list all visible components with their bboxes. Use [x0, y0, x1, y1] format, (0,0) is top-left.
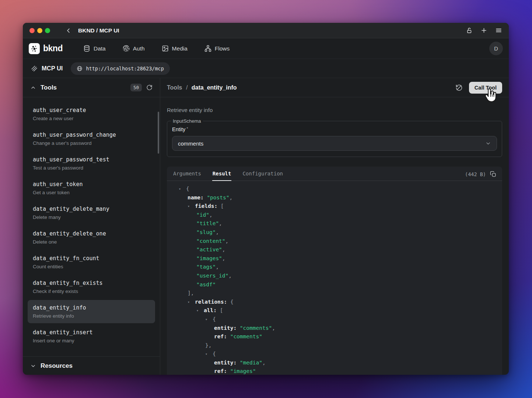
collapse-arrow-icon[interactable]: ▾: [188, 298, 195, 307]
nav-item-data[interactable]: Data: [83, 45, 106, 52]
fingerprint-icon: [123, 45, 130, 52]
tool-description-text: Retrieve entity info: [167, 107, 502, 113]
json-line: ref: "images": [173, 367, 496, 375]
collapse-arrow-icon[interactable]: ▾: [205, 315, 213, 324]
app-navbar: bknd DataAuthMediaFlows D: [23, 38, 509, 59]
tool-description: Count entities: [33, 264, 150, 269]
copy-result-button[interactable]: [490, 171, 496, 177]
server-url-pill[interactable]: http://localhost:28623/mcp: [71, 62, 169, 75]
tab-result[interactable]: Result: [212, 167, 232, 181]
json-line: name: "posts",: [173, 193, 496, 202]
json-line: "slug",: [173, 228, 496, 237]
database-icon: [83, 45, 90, 52]
maximize-window-button[interactable]: [45, 28, 50, 33]
breadcrumb-section[interactable]: Tools: [167, 84, 182, 91]
breadcrumb-current: data_entity_info: [192, 84, 237, 91]
copy-icon: [490, 171, 496, 177]
nav-item-label: Data: [94, 45, 106, 52]
layers-stack-icon: [31, 65, 38, 72]
tool-item-auth_user_password_test[interactable]: auth_user_password_testTest a user's pas…: [28, 152, 155, 175]
tool-description: Get a user token: [33, 190, 150, 195]
tool-description: Delete one: [33, 239, 150, 245]
tool-item-data_entity_insert[interactable]: data_entity_insertInsert one or many: [28, 325, 155, 348]
input-schema-legend: InputSchema: [171, 118, 203, 124]
user-avatar[interactable]: D: [489, 42, 503, 55]
entity-select[interactable]: comments: [172, 136, 497, 151]
history-off-button[interactable]: [455, 84, 463, 91]
tool-name: data_entity_fn_exists: [33, 280, 150, 286]
globe-icon: [77, 66, 83, 71]
tools-count-badge: 50: [130, 84, 142, 91]
chevron-up-icon: [30, 85, 36, 91]
tool-name: auth_user_token: [33, 181, 150, 188]
tool-description: Retrieve entity info: [33, 313, 150, 319]
lock-open-button[interactable]: [466, 27, 473, 34]
entity-select-value: comments: [178, 140, 203, 147]
traffic-lights: [29, 28, 50, 33]
tool-item-auth_user_create[interactable]: auth_user_createCreate a new user: [28, 102, 155, 126]
json-line: ▾{: [173, 315, 496, 324]
collapse-arrow-icon[interactable]: ▾: [205, 350, 213, 359]
result-size-label: (442 B): [465, 171, 486, 177]
tool-description: Create a new user: [33, 116, 150, 121]
nav-items: DataAuthMediaFlows: [83, 45, 230, 52]
collapse-arrow-icon[interactable]: ▾: [196, 306, 204, 315]
tool-name: data_entity_insert: [33, 329, 150, 336]
tool-name: data_entity_fn_count: [33, 255, 150, 262]
tool-item-auth_user_password_change[interactable]: auth_user_password_changeChange a user's…: [28, 127, 155, 150]
tool-description: Test a user's password: [33, 165, 150, 171]
image-icon: [162, 45, 169, 52]
history-off-icon: [455, 84, 463, 91]
tool-item-data_entity_fn_exists[interactable]: data_entity_fn_existsCheck if entity exi…: [28, 275, 155, 298]
tool-name: auth_user_create: [33, 107, 150, 114]
window-menu-button[interactable]: [495, 27, 502, 34]
tools-section-header[interactable]: Tools 50: [23, 78, 160, 97]
sidebar-scrollbar-thumb[interactable]: [158, 112, 159, 154]
result-tabs: ArgumentsResultConfiguration: [167, 167, 502, 181]
json-line: },: [173, 341, 496, 350]
nav-item-label: Auth: [133, 45, 145, 52]
bknd-logo-icon: [29, 43, 40, 54]
json-line: ▾{: [173, 350, 496, 359]
tab-arguments[interactable]: Arguments: [173, 167, 202, 181]
tool-list: auth_user_createCreate a new userauth_us…: [23, 97, 160, 356]
back-button[interactable]: [65, 27, 72, 34]
call-tool-button[interactable]: Call Tool: [469, 82, 502, 94]
json-line: "users_id",: [173, 272, 496, 280]
required-marker: *: [186, 126, 188, 131]
resources-section-header[interactable]: Resources: [23, 356, 160, 375]
tool-item-auth_user_token[interactable]: auth_user_tokenGet a user token: [28, 177, 155, 200]
workflow-icon: [204, 45, 211, 52]
json-line: ▾fields: [: [173, 202, 496, 211]
new-tab-button[interactable]: [480, 27, 487, 34]
minimize-window-button[interactable]: [37, 28, 42, 33]
tool-item-data_entity_fn_count[interactable]: data_entity_fn_countCount entities: [28, 251, 155, 274]
tool-name: auth_user_password_test: [33, 156, 150, 163]
brand[interactable]: bknd: [29, 43, 63, 54]
json-line: "content",: [173, 237, 496, 246]
refresh-tools-button[interactable]: [146, 84, 153, 91]
nav-item-auth[interactable]: Auth: [123, 45, 145, 52]
close-window-button[interactable]: [29, 28, 35, 33]
json-line: "id",: [173, 211, 496, 220]
tool-item-data_entity_delete_one[interactable]: data_entity_delete_oneDelete one: [28, 226, 155, 249]
tab-configuration[interactable]: Configuration: [242, 167, 283, 181]
json-line: "asdf": [173, 280, 496, 289]
tool-item-data_entity_info[interactable]: data_entity_infoRetrieve entity info: [28, 300, 155, 323]
collapse-arrow-icon[interactable]: ▾: [188, 202, 195, 211]
refresh-icon: [146, 84, 153, 91]
chevron-down-icon: [30, 363, 36, 369]
tool-detail-header: Tools / data_entity_info Call Tool: [160, 78, 509, 97]
brand-name: bknd: [43, 43, 63, 53]
menu-icon: [495, 27, 502, 34]
nav-item-media[interactable]: Media: [162, 45, 188, 52]
window-title: BKND / MCP UI: [78, 27, 119, 34]
entity-field-label: Entity*: [172, 126, 497, 132]
tool-description: Change a user's password: [33, 140, 150, 146]
nav-item-flows[interactable]: Flows: [204, 45, 230, 52]
tool-item-data_entity_delete_many[interactable]: data_entity_delete_manyDelete many: [28, 201, 155, 224]
json-line: ▾all: [: [173, 306, 496, 315]
json-line: ],: [173, 289, 496, 298]
collapse-arrow-icon[interactable]: ▾: [179, 185, 186, 193]
json-line: ▾{: [173, 185, 496, 193]
